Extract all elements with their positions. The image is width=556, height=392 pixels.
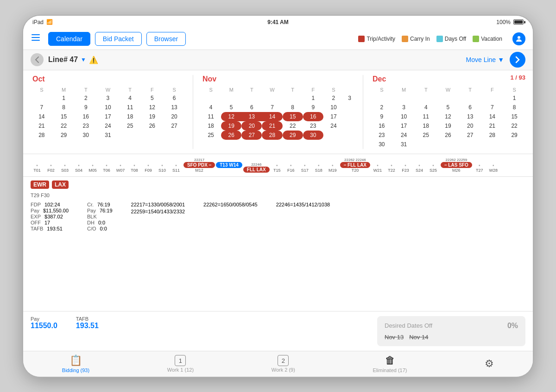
nov-th-m: M (221, 86, 241, 93)
table-row: 28293031 (31, 131, 185, 140)
profile-icon[interactable] (512, 32, 525, 45)
exp-value: $387.02 (44, 214, 63, 219)
dh-row: DH0:0 (87, 220, 113, 225)
list-item: •M05 (86, 163, 99, 173)
bid-packet-tab[interactable]: Bid Packet (95, 32, 142, 46)
svg-rect-2 (32, 40, 40, 41)
legend-carry-label: Carry In (410, 36, 430, 42)
calendar-section: 1 / 93 Oct SMTWTFS 123456 78910111213 14… (23, 70, 533, 154)
list-item: •S18 (312, 163, 325, 173)
line-header: Line# 47 ▼ ⚠️ Move Line ▼ (23, 50, 533, 70)
table-row: 1 (371, 93, 525, 103)
oct-th-s2: S (163, 86, 185, 93)
cal-divider-2 (363, 75, 363, 149)
dec-th-t1: T (415, 86, 437, 93)
blk-label: BLK (87, 214, 97, 219)
pay-row: Pay$11,550.00 (31, 208, 69, 213)
pay-label: Pay (31, 208, 39, 213)
details-section: EWR LAX T29 F30 FDP102:24 Pay$11,550.00 … (23, 177, 533, 311)
list-item: •W28 (487, 163, 500, 173)
nov-th-s: S (201, 86, 221, 93)
calendars-row: Oct SMTWTFS 123456 78910111213 141516171… (31, 75, 525, 149)
line-title: Line# 47 ▼ ⚠️ (48, 56, 98, 64)
tab-work2[interactable]: 2 Work 2 (9) (272, 355, 295, 373)
desired-date-2: Nov 14 (409, 334, 428, 341)
exp-row: EXP$387.02 (31, 214, 69, 219)
lax-badge: LAX (52, 180, 69, 189)
cal-divider-1 (193, 75, 193, 149)
fdp-row: FDP102:24 (31, 202, 69, 207)
tab-work1[interactable]: 1 Work 1 (12) (167, 355, 194, 373)
pay-summary-label: Pay (31, 316, 57, 322)
list-item: •T08 (128, 163, 141, 173)
oct-th-t2: T (119, 86, 141, 93)
calendar-tab[interactable]: Calendar (48, 32, 90, 46)
list-item: •M19 (326, 163, 339, 173)
table-row: 3031 (371, 140, 525, 149)
legend-days-off-label: Days Off (445, 36, 466, 42)
work2-label: Work 2 (9) (272, 367, 295, 373)
table-row: 123 (201, 93, 355, 103)
trip-codes-labels: T29 F30 (31, 193, 525, 198)
desired-date-1: Nov 13 (385, 334, 404, 341)
desired-dates-panel: Desired Dates Off 0% Nov 13 Nov 14 (377, 316, 525, 346)
list-item: 22246 FLL LAX (243, 162, 270, 173)
october-calendar: Oct SMTWTFS 123456 78910111213 141516171… (31, 75, 185, 149)
december-grid: SMTWTFS 1 2345678 9101112131415 16171819… (371, 86, 525, 149)
dh-value: 0:0 (98, 220, 105, 225)
trip-codes-row: •T01 •F02 •S03 •S04 •M05 •T06 •W07 •T08 … (31, 158, 525, 173)
legend-vacation-label: Vacation (481, 36, 502, 42)
battery-icon (513, 19, 524, 25)
tab-eliminated[interactable]: 🗑 Eliminated (17) (373, 355, 407, 373)
fdp-label: FDP (31, 202, 41, 207)
tafb-summary: TAFB 193.51 (76, 316, 99, 346)
legend-carry: Carry In (402, 36, 430, 42)
desired-dates-percent: 0% (507, 322, 518, 330)
oct-th-f: F (141, 86, 164, 93)
november-calendar: Nov SMTWTFS 123 45678910 11 12 13 14 15 (201, 75, 355, 149)
airport-badges-row: EWR LAX (31, 180, 525, 189)
november-title: Nov (201, 75, 355, 83)
line-dropdown-icon[interactable]: ▼ (81, 56, 86, 63)
dec-th-s: S (371, 86, 393, 93)
nov-th-s2: S (323, 86, 344, 93)
list-item: •W21 (371, 163, 384, 173)
settings-button[interactable]: ⚙ (485, 358, 494, 370)
table-row: 18 19 20 21 22 23 24 (201, 121, 355, 131)
legend-days-off: Days Off (436, 36, 466, 42)
exp-label: EXP (31, 214, 41, 219)
fdp-value: 102:24 (44, 202, 60, 207)
cr-label: Cr. (87, 202, 94, 207)
nov-th-t2: T (283, 86, 303, 93)
off-row: OFF17 (31, 220, 69, 225)
tab-bidding[interactable]: 📋 Bidding (93) (62, 355, 89, 373)
trip-color-dot (358, 36, 365, 42)
co-label: C/O (87, 226, 96, 231)
trip-details-col: 22217=1330/0058/2001 22259=1540/1433/233… (131, 202, 185, 231)
list-item: 22262 22246 – FLL LAX T20 (340, 158, 370, 173)
nov-th-w: W (262, 86, 282, 93)
tafb-row: TAFB193:51 (31, 226, 69, 231)
flight-details: EWR LAX T29 F30 FDP102:24 Pay$11,550.00 … (31, 180, 525, 231)
dec-th-w: W (437, 86, 459, 93)
list-item: •T01 (31, 163, 44, 173)
filter-icon[interactable] (31, 32, 41, 45)
list-item: •S04 (72, 163, 85, 173)
list-item: 22262 22259 – LAS SFO M26 (441, 158, 472, 173)
ipad-frame: iPad 📶 9:41 AM 100% Calendar Bid Packet … (23, 16, 533, 377)
legend-trip-label: Trip/Activity (366, 36, 395, 42)
move-line-button[interactable]: Move Line ▼ (466, 56, 504, 63)
forward-button[interactable] (510, 52, 525, 68)
co-value: 0:0 (100, 226, 107, 231)
carry-color-dot (402, 36, 408, 42)
device-label: iPad (32, 19, 44, 25)
dec-th-f: F (481, 86, 504, 93)
table-row: 2345678 (371, 103, 525, 112)
list-item: •T15 (271, 163, 284, 173)
desired-dates-list: Nov 13 Nov 14 (385, 334, 518, 341)
move-line-label: Move Line (466, 56, 496, 63)
browser-tab[interactable]: Browser (146, 32, 186, 46)
back-button[interactable] (31, 53, 44, 66)
status-right: 100% (496, 19, 524, 25)
table-row: 25 26 27 28 29 30 (201, 131, 355, 140)
